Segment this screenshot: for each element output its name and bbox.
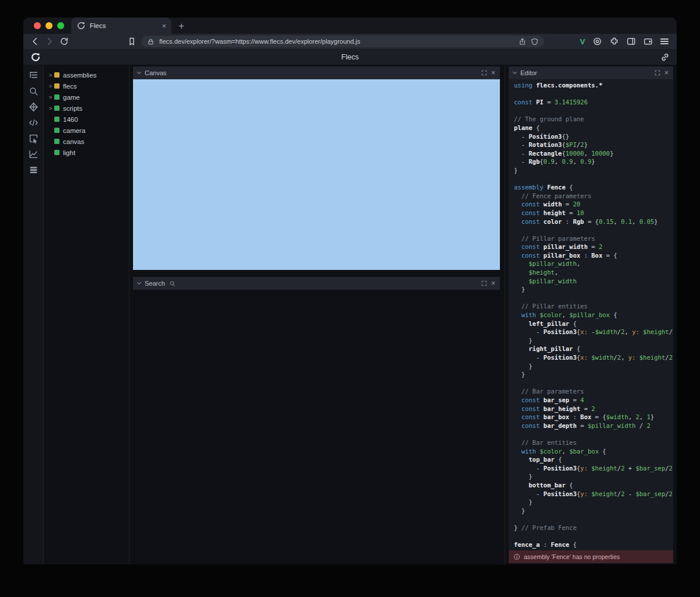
browser-toolbar: flecs.dev/explorer/?wasm=https://www.fle…	[23, 34, 677, 49]
code-line: const bar_height = 2	[514, 405, 673, 413]
canvas-viewport[interactable]	[133, 79, 500, 270]
tab-close-icon[interactable]: ×	[162, 22, 166, 30]
search-results-area[interactable]	[133, 290, 500, 564]
lock-icon	[147, 38, 155, 45]
expand-panel-icon[interactable]	[481, 70, 487, 76]
expand-panel-icon[interactable]	[481, 280, 487, 286]
chevron-down-icon[interactable]	[513, 70, 517, 74]
tree-item-scripts[interactable]: >scripts	[44, 103, 129, 114]
code-line	[514, 226, 673, 234]
close-panel-icon[interactable]: ×	[491, 280, 495, 287]
code-line	[514, 430, 673, 438]
center-column: Canvas × Search	[130, 65, 505, 564]
sidebar-toggle-icon[interactable]	[626, 37, 636, 46]
code-line: - Rotation3{$PI/2}	[514, 141, 673, 149]
tree-item-flecs[interactable]: >flecs	[44, 80, 129, 92]
code-line	[514, 294, 673, 303]
vue-extension-icon[interactable]: V	[580, 37, 585, 46]
code-line: assembly Fence {	[514, 183, 673, 192]
record-extension-icon[interactable]	[593, 37, 602, 46]
app-header: Flecs	[23, 49, 677, 65]
chevron-right-icon[interactable]: >	[48, 83, 53, 89]
entity-color-swatch	[54, 72, 60, 78]
close-panel-icon[interactable]: ×	[664, 69, 668, 76]
url-text[interactable]: flecs.dev/explorer/?wasm=https://www.fle…	[159, 38, 514, 45]
zoom-window-button[interactable]	[57, 22, 64, 29]
chevron-right-icon[interactable]: >	[48, 105, 53, 111]
editor-panel: Editor × using flecs.components.* const …	[505, 65, 677, 564]
editor-panel-title: Editor	[520, 69, 537, 76]
code-line: }	[514, 370, 673, 379]
reload-button[interactable]	[60, 37, 69, 46]
entities-icon[interactable]	[29, 102, 38, 112]
share-link-icon[interactable]	[660, 52, 670, 62]
code-line: const pillar_box : Box = {	[514, 251, 673, 260]
code-line: }	[514, 498, 673, 507]
code-line: const pillar_width = 2	[514, 243, 673, 251]
brave-shield-icon[interactable]	[531, 38, 538, 45]
page-title: Flecs	[341, 53, 359, 61]
chevron-down-icon[interactable]	[137, 280, 141, 285]
editor-error-bar: assembly 'Fence' has no properties	[509, 550, 673, 563]
share-icon[interactable]	[519, 38, 526, 45]
stats-icon[interactable]	[29, 149, 38, 159]
tree-item-game[interactable]: >game	[44, 92, 129, 103]
search-icon[interactable]	[29, 86, 38, 96]
code-line: const bar_box : Box = {$width, 2, 1}	[514, 413, 673, 422]
back-button[interactable]	[30, 37, 40, 46]
chevron-right-icon[interactable]: >	[48, 94, 53, 100]
wallet-icon[interactable]	[643, 37, 653, 46]
editor-panel-header[interactable]: Editor ×	[509, 66, 673, 79]
tree-item-canvas[interactable]: canvas	[44, 136, 129, 147]
tree-item-camera[interactable]: camera	[44, 125, 129, 136]
expand-panel-icon[interactable]	[654, 70, 660, 76]
canvas-panel-title: Canvas	[145, 69, 166, 76]
tree-item-label: camera	[63, 127, 85, 134]
code-line: // Pillar entities	[514, 302, 673, 311]
canvas-panel: Canvas ×	[133, 66, 500, 270]
tree-item-assemblies[interactable]: >assemblies	[44, 69, 129, 80]
entity-color-swatch	[54, 128, 60, 133]
code-line: - Position3{y: $height/2 - $bar_sep/2}	[514, 490, 673, 498]
code-line: - Position3{x: $width/2, y: $height/2}	[514, 353, 673, 362]
code-line: // Pillar parameters	[514, 234, 673, 243]
code-line: }	[514, 472, 673, 481]
editor-code[interactable]: using flecs.components.* const PI = 3.14…	[509, 79, 673, 550]
address-bar[interactable]: flecs.dev/explorer/?wasm=https://www.fle…	[141, 36, 544, 47]
tree-item-light[interactable]: light	[44, 147, 129, 158]
close-panel-icon[interactable]: ×	[491, 69, 495, 76]
icon-rail	[23, 65, 44, 564]
bookmark-icon[interactable]	[127, 37, 136, 46]
entity-color-swatch	[54, 83, 60, 89]
close-window-button[interactable]	[34, 22, 41, 29]
code-line	[514, 379, 673, 388]
toolbar-extensions: V	[580, 37, 668, 46]
search-panel-header[interactable]: Search ×	[133, 277, 500, 290]
tab-strip: Flecs × +	[23, 17, 677, 34]
tree-item-label: 1460	[63, 116, 78, 123]
browser-window: Flecs × + flecs.dev/explorer/?wasm=https…	[23, 17, 677, 564]
outliner-icon[interactable]	[29, 71, 38, 80]
browser-tab[interactable]: Flecs ×	[71, 17, 172, 34]
tree-item-1460[interactable]: 1460	[44, 114, 129, 125]
new-tab-button[interactable]: +	[178, 21, 184, 31]
forward-button[interactable]	[45, 37, 54, 46]
chevron-down-icon[interactable]	[137, 70, 141, 74]
tree-item-label: game	[63, 94, 80, 101]
code-line	[514, 515, 673, 524]
inspect-icon[interactable]	[29, 134, 38, 143]
code-line	[514, 532, 673, 540]
tab-title: Flecs	[90, 22, 158, 29]
code-line: bottom_bar {	[514, 481, 673, 490]
chevron-right-icon[interactable]: >	[48, 72, 53, 78]
code-icon[interactable]	[29, 118, 38, 128]
code-line: left_pillar {	[514, 319, 673, 328]
minimize-window-button[interactable]	[46, 22, 52, 29]
queries-icon[interactable]	[29, 165, 38, 175]
menu-icon[interactable]	[660, 38, 668, 44]
nav-buttons	[30, 37, 69, 46]
extensions-puzzle-icon[interactable]	[610, 37, 619, 46]
canvas-panel-header[interactable]: Canvas ×	[133, 66, 500, 79]
tree-item-label: flecs	[63, 83, 77, 90]
entity-color-swatch	[54, 106, 60, 111]
